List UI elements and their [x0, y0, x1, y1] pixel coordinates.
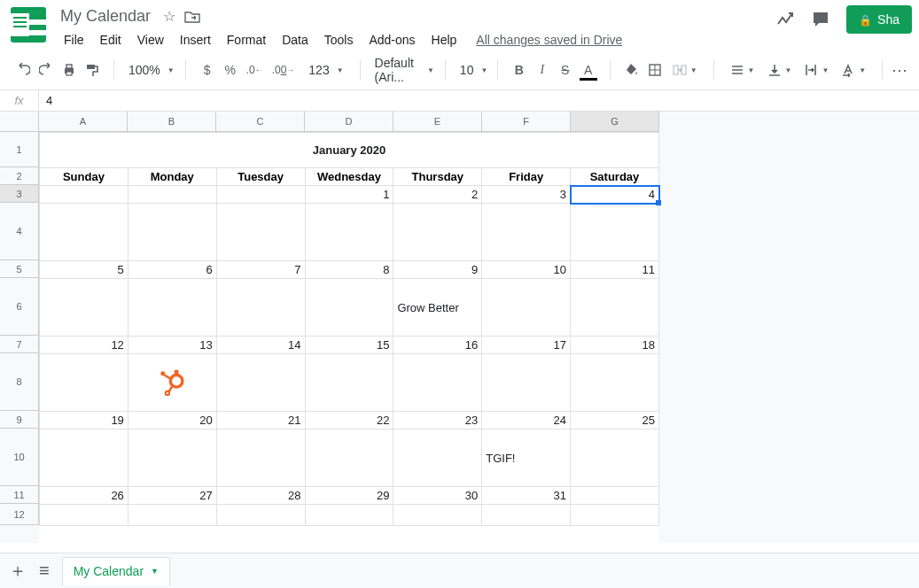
cell[interactable]: [482, 279, 571, 337]
undo-icon[interactable]: [12, 58, 34, 81]
cell[interactable]: 11: [571, 261, 659, 279]
format-percent-icon[interactable]: %: [220, 58, 241, 81]
cell[interactable]: [571, 505, 659, 526]
cell[interactable]: 24: [482, 412, 571, 429]
print-icon[interactable]: [58, 58, 80, 81]
cell[interactable]: [40, 505, 129, 526]
cell[interactable]: Sunday: [40, 168, 129, 186]
row-header[interactable]: 12: [0, 504, 39, 525]
menu-file[interactable]: File: [57, 29, 91, 50]
cell[interactable]: [482, 505, 571, 526]
cell[interactable]: 31: [482, 487, 571, 505]
more-toolbar-icon[interactable]: ⋯: [888, 58, 912, 81]
cell[interactable]: [128, 505, 216, 526]
cell[interactable]: [393, 354, 482, 412]
sheet-tab-active[interactable]: My Calendar ▼: [62, 557, 170, 585]
cell[interactable]: 22: [305, 412, 393, 429]
row-header[interactable]: 8: [0, 353, 39, 411]
font-size-select[interactable]: 10 ▼: [451, 63, 492, 77]
save-status[interactable]: All changes saved in Drive: [476, 33, 622, 47]
font-family-select[interactable]: Default (Ari... ▼: [366, 56, 440, 84]
cell[interactable]: [128, 279, 216, 337]
cell[interactable]: January 2020: [40, 133, 659, 168]
row-header[interactable]: 10: [0, 429, 39, 486]
increase-decimal-icon[interactable]: .00→: [269, 58, 299, 81]
cell[interactable]: 15: [305, 337, 393, 354]
cell[interactable]: 13: [128, 337, 216, 354]
row-header[interactable]: 2: [0, 167, 39, 185]
cell[interactable]: 3: [482, 186, 571, 204]
borders-icon[interactable]: [644, 58, 666, 81]
cell[interactable]: [571, 354, 659, 412]
cell[interactable]: Grow Better: [393, 279, 482, 337]
cell[interactable]: [128, 429, 216, 487]
cell[interactable]: TGIF!: [482, 429, 571, 487]
cell[interactable]: 9: [393, 261, 482, 279]
cell[interactable]: [571, 279, 659, 337]
cell[interactable]: 2: [393, 186, 482, 204]
cell[interactable]: [216, 279, 305, 337]
fill-color-icon[interactable]: [621, 58, 643, 81]
cell[interactable]: 30: [393, 487, 482, 505]
select-all-corner[interactable]: [0, 112, 39, 132]
cell[interactable]: [305, 204, 393, 261]
cell[interactable]: [216, 186, 305, 204]
text-rotation-button[interactable]: ▼: [836, 63, 871, 77]
merge-cells-button[interactable]: ▼: [667, 63, 703, 77]
cell[interactable]: 29: [305, 487, 393, 505]
cell[interactable]: 20: [128, 412, 216, 429]
cell[interactable]: [40, 279, 129, 337]
cell[interactable]: [305, 279, 393, 337]
cell[interactable]: 17: [482, 337, 571, 354]
star-icon[interactable]: ☆: [163, 8, 175, 25]
document-title[interactable]: My Calendar: [57, 5, 154, 27]
cell[interactable]: [40, 204, 129, 261]
cell[interactable]: 7: [216, 261, 305, 279]
add-sheet-icon[interactable]: ＋: [9, 559, 27, 583]
cell[interactable]: [393, 429, 482, 487]
italic-button[interactable]: I: [532, 58, 553, 81]
cell[interactable]: 4: [571, 186, 659, 204]
comments-icon[interactable]: [811, 10, 830, 29]
vertical-align-button[interactable]: ▼: [762, 63, 798, 77]
cell[interactable]: [216, 354, 305, 412]
all-sheets-icon[interactable]: ≡: [39, 561, 50, 581]
cell[interactable]: 23: [393, 412, 482, 429]
cell[interactable]: [40, 186, 129, 204]
cell[interactable]: [393, 204, 482, 261]
formula-input[interactable]: 4: [39, 94, 919, 107]
row-header[interactable]: 6: [0, 278, 39, 336]
cell[interactable]: [305, 505, 393, 526]
menu-view[interactable]: View: [130, 29, 171, 50]
column-header[interactable]: B: [128, 112, 216, 132]
cell[interactable]: Wednesday: [305, 168, 393, 186]
row-header[interactable]: 11: [0, 486, 39, 504]
row-header[interactable]: 7: [0, 336, 39, 353]
cell[interactable]: Saturday: [571, 168, 659, 186]
cell[interactable]: Monday: [128, 168, 216, 186]
row-header[interactable]: 4: [0, 203, 39, 260]
menu-insert[interactable]: Insert: [173, 29, 218, 50]
cell[interactable]: [305, 429, 393, 487]
cell[interactable]: [571, 487, 659, 505]
cell[interactable]: [571, 429, 659, 487]
cell[interactable]: Friday: [482, 168, 571, 186]
bold-button[interactable]: B: [509, 58, 530, 81]
cell[interactable]: 16: [393, 337, 482, 354]
calendar-grid[interactable]: January 2020SundayMondayTuesdayWednesday…: [39, 132, 659, 526]
cell[interactable]: [128, 186, 216, 204]
cell[interactable]: 18: [571, 337, 659, 354]
menu-data[interactable]: Data: [275, 29, 315, 50]
column-header[interactable]: A: [39, 112, 128, 132]
text-color-button[interactable]: A: [578, 58, 599, 81]
menu-addons[interactable]: Add-ons: [362, 29, 422, 50]
menu-tools[interactable]: Tools: [317, 29, 361, 50]
cell[interactable]: 5: [40, 261, 129, 279]
cell[interactable]: 8: [305, 261, 393, 279]
column-header[interactable]: D: [305, 112, 393, 132]
cell[interactable]: [40, 429, 129, 487]
cell[interactable]: 1: [305, 186, 393, 204]
cell[interactable]: [393, 505, 482, 526]
cell[interactable]: [305, 354, 393, 412]
cell[interactable]: 10: [482, 261, 571, 279]
